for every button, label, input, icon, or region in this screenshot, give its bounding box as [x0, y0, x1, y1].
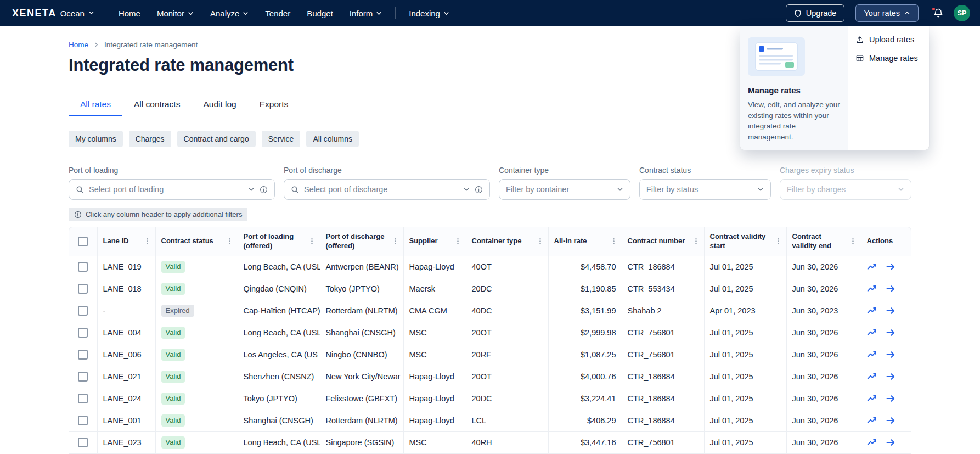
arrow-right-icon[interactable]	[886, 372, 895, 382]
select-all-checkbox[interactable]	[78, 237, 88, 246]
row-checkbox[interactable]	[78, 372, 88, 382]
brand-logo[interactable]: XENETA Ocean	[7, 8, 100, 19]
column-menu-icon[interactable]	[308, 238, 316, 245]
menu-item-upload-rates[interactable]: Upload rates	[848, 30, 929, 49]
contract-status-cell: Valid	[155, 388, 238, 410]
column-menu-icon[interactable]	[392, 238, 399, 245]
nav-item-tender[interactable]: Tender	[257, 0, 298, 26]
row-checkbox[interactable]	[78, 284, 88, 294]
breadcrumb-home-link[interactable]: Home	[69, 41, 88, 49]
your-rates-button[interactable]: Your rates	[855, 4, 919, 22]
info-icon[interactable]	[475, 186, 483, 194]
nav-item-monitor[interactable]: Monitor	[149, 0, 202, 26]
arrow-right-icon[interactable]	[886, 262, 895, 272]
row-checkbox[interactable]	[78, 350, 88, 360]
column-header-contract-validity-end[interactable]: Contract validity end	[786, 227, 861, 256]
menu-item-manage-rates[interactable]: Manage rates	[848, 49, 929, 68]
contract-status-select[interactable]: Filter by status	[639, 179, 771, 200]
row-checkbox[interactable]	[78, 416, 88, 425]
contract-status-cell: Valid	[155, 256, 238, 278]
port-of-discharge-cell: Felixstowe (GBFXT)	[320, 388, 403, 410]
tab-all-rates[interactable]: All rates	[69, 93, 122, 116]
column-header-port-of-discharge-offered[interactable]: Port of discharge (offered)	[320, 227, 403, 256]
filter-label: Port of discharge	[284, 166, 490, 175]
column-menu-icon[interactable]	[775, 238, 782, 245]
column-menu-icon[interactable]	[849, 238, 857, 245]
chip-service[interactable]: Service	[262, 131, 301, 147]
arrow-right-icon[interactable]	[886, 306, 895, 316]
trend-icon[interactable]	[867, 372, 877, 382]
arrow-right-icon[interactable]	[886, 328, 895, 338]
trend-icon[interactable]	[867, 284, 877, 294]
actions-cell	[861, 300, 911, 322]
column-header-actions[interactable]: Actions	[861, 227, 911, 256]
contract-status-cell: Valid	[155, 366, 238, 388]
column-menu-icon[interactable]	[226, 238, 233, 245]
port-of-discharge-select[interactable]: Select port of discharge	[284, 179, 490, 200]
trend-icon[interactable]	[867, 306, 877, 316]
trend-icon[interactable]	[867, 416, 877, 425]
chip-charges[interactable]: Charges	[129, 131, 171, 147]
status-badge: Expired	[161, 305, 194, 317]
port-of-loading-select[interactable]: Select port of loading	[69, 179, 275, 200]
info-icon[interactable]	[260, 186, 268, 194]
column-header-contract-validity-start[interactable]: Contract validity start	[704, 227, 786, 256]
column-header-port-of-loading-offered[interactable]: Port of loading (offered)	[238, 227, 320, 256]
user-avatar[interactable]: SP	[954, 5, 970, 21]
arrow-right-icon[interactable]	[886, 416, 895, 425]
validity-start-cell: Jul 01, 2025	[704, 410, 786, 431]
column-header-contract-status[interactable]: Contract status	[155, 227, 238, 256]
all-in-rate-cell: $1,190.85	[548, 278, 622, 300]
column-menu-icon[interactable]	[144, 238, 151, 245]
trend-icon[interactable]	[867, 438, 877, 447]
table-header-row: Lane IDContract statusPort of loading (o…	[69, 227, 911, 256]
trend-icon[interactable]	[867, 350, 877, 360]
arrow-right-icon[interactable]	[886, 394, 895, 403]
column-header-label: Port of discharge (offered)	[326, 232, 390, 251]
tab-audit-log[interactable]: Audit log	[192, 93, 247, 116]
chip-contract-and-cargo[interactable]: Contract and cargo	[177, 131, 256, 147]
column-header-container-type[interactable]: Container type	[466, 227, 548, 256]
arrow-right-icon[interactable]	[886, 438, 895, 447]
column-menu-icon[interactable]	[610, 238, 617, 245]
row-checkbox[interactable]	[78, 306, 88, 316]
column-header-contract-number[interactable]: Contract number	[622, 227, 704, 256]
port-of-loading-cell: Los Angeles, CA (US	[238, 344, 320, 366]
nav-item-budget[interactable]: Budget	[298, 0, 341, 26]
table-row: LANE_019ValidLong Beach, CA (USLAntwerpe…	[69, 256, 911, 278]
supplier-cell: Hapag-Lloyd	[403, 388, 466, 410]
nav-item-indexing[interactable]: Indexing	[401, 0, 458, 26]
nav-item-analyze[interactable]: Analyze	[202, 0, 257, 26]
trend-icon[interactable]	[867, 328, 877, 338]
promo-description: View, edit, and analyze your existing ra…	[748, 99, 840, 142]
container-type-select[interactable]: Filter by container	[499, 179, 630, 200]
trend-icon[interactable]	[867, 394, 877, 403]
nav-item-home[interactable]: Home	[110, 0, 149, 26]
tab-all-contracts[interactable]: All contracts	[122, 93, 192, 116]
column-menu-icon[interactable]	[537, 238, 544, 245]
column-menu-icon[interactable]	[692, 238, 700, 245]
column-header-label: Container type	[472, 237, 522, 246]
nav-item-inform[interactable]: Inform	[341, 0, 391, 26]
arrow-right-icon[interactable]	[886, 284, 895, 294]
actions-cell	[861, 431, 911, 453]
arrow-right-icon[interactable]	[886, 350, 895, 360]
chip-all-columns[interactable]: All columns	[306, 131, 359, 147]
tab-exports[interactable]: Exports	[248, 93, 300, 116]
row-checkbox[interactable]	[78, 438, 88, 447]
row-checkbox[interactable]	[78, 262, 88, 272]
notifications-bell-icon[interactable]	[933, 8, 944, 19]
column-header-lane-id[interactable]: Lane ID	[97, 227, 155, 256]
column-header-all-in-rate[interactable]: All-in rate	[548, 227, 622, 256]
chip-my-columns[interactable]: My columns	[69, 131, 123, 147]
status-badge: Valid	[161, 283, 185, 295]
column-menu-icon[interactable]	[454, 238, 461, 245]
upgrade-button[interactable]: Upgrade	[786, 4, 845, 22]
select-placeholder: Select port of loading	[89, 185, 243, 194]
trend-icon[interactable]	[867, 262, 877, 272]
row-checkbox[interactable]	[78, 328, 88, 338]
row-select-cell	[69, 431, 97, 453]
port-of-loading-cell: Long Beach, CA (USL	[238, 256, 320, 278]
row-checkbox[interactable]	[78, 394, 88, 403]
column-header-supplier[interactable]: Supplier	[403, 227, 466, 256]
